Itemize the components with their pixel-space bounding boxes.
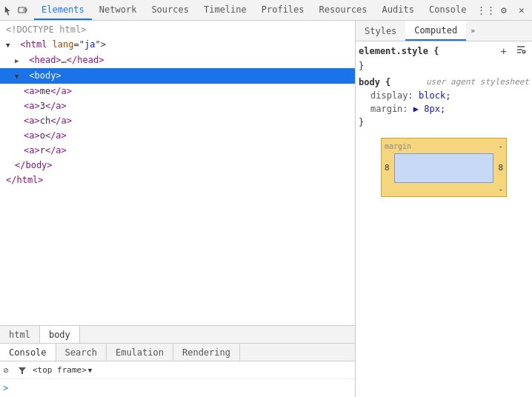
triangle-icon: ▼ (6, 39, 15, 52)
dom-line-html-close[interactable]: </html> (0, 173, 355, 187)
dom-line-a-r[interactable]: <a>r</a> (0, 143, 355, 158)
devtools-toolbar: Elements Network Sources Timeline Profil… (0, 0, 532, 21)
subtab-console[interactable]: Console (0, 344, 56, 361)
block-icon[interactable]: ⊘ (0, 364, 12, 376)
filter-icon[interactable] (16, 364, 28, 376)
tab-sources[interactable]: Sources (144, 0, 196, 20)
subtab-emulation[interactable]: Emulation (107, 344, 173, 361)
toolbar-icons (3, 4, 34, 16)
console-toolbar: ⊘ <top frame> ▼ (0, 361, 355, 379)
box-model: margin - 8 8 - (381, 138, 507, 197)
console-subtabs: Console Search Emulation Rendering (0, 344, 355, 361)
dom-line-head[interactable]: ▶ <head>…</head> (0, 53, 355, 68)
left-panel: <!DOCTYPE html> ▼ <html lang="ja"> ▶ <he… (0, 21, 356, 397)
body-style-rule: body { user agent stylesheet display: bl… (359, 76, 529, 129)
right-panel: Styles Computed » element.style { + (356, 21, 532, 397)
margin-label: margin (385, 140, 411, 153)
close-icon[interactable]: ✕ (514, 3, 529, 18)
dom-line-doctype[interactable]: <!DOCTYPE html> (0, 22, 355, 37)
bottom-tabs: html body (0, 325, 355, 343)
element-style-close: } (359, 61, 364, 71)
add-style-btn[interactable]: + (498, 44, 510, 58)
styles-toolbar: element.style { + (359, 44, 529, 58)
dom-line-a-3[interactable]: <a>3</a> (0, 99, 355, 113)
svg-rect-0 (19, 7, 26, 13)
tab-console[interactable]: Console (422, 0, 474, 20)
subtab-rendering[interactable]: Rendering (173, 344, 240, 361)
element-style-rule: element.style { + } (359, 44, 529, 73)
settings-icon[interactable]: ⚙ (496, 3, 511, 18)
console-prompt: > (3, 383, 8, 393)
main-layout: <!DOCTYPE html> ▼ <html lang="ja"> ▶ <he… (0, 21, 532, 397)
breadcrumb-html[interactable]: html (0, 326, 40, 343)
body-selector: body { (359, 76, 390, 89)
margin-box: margin - 8 8 - (381, 138, 507, 197)
body-display-prop: display: block; (359, 89, 529, 102)
body-style-close: } (359, 117, 364, 127)
device-icon[interactable] (16, 4, 28, 16)
dom-line-a-me[interactable]: <a>me</a> (0, 84, 355, 99)
svg-marker-2 (19, 367, 26, 374)
more-tabs-icon[interactable]: » (468, 21, 478, 41)
frame-selector[interactable]: <top frame> ▼ (33, 365, 92, 375)
styles-content: element.style { + } (356, 41, 532, 397)
styles-tabs: Styles Computed » (356, 21, 532, 41)
tab-computed[interactable]: Computed (405, 21, 466, 41)
margin-right-value: 8 (498, 161, 503, 175)
dom-tree[interactable]: <!DOCTYPE html> ▼ <html lang="ja"> ▶ <he… (0, 21, 355, 325)
tab-audits[interactable]: Audits (375, 0, 422, 20)
tab-elements[interactable]: Elements (34, 0, 92, 20)
tab-styles[interactable]: Styles (356, 21, 405, 41)
console-area: Console Search Emulation Rendering ⊘ <to… (0, 343, 355, 397)
element-style-selector: element.style { (359, 44, 439, 58)
body-margin-prop: margin: ▶ 8px; (359, 102, 529, 116)
customize-icon[interactable]: ⋮⋮ (479, 3, 493, 18)
box-model-container: margin - 8 8 - (359, 135, 529, 200)
inspect-icon[interactable] (3, 4, 15, 16)
body-display-value: block; (419, 90, 450, 101)
chevron-down-icon: ▼ (88, 367, 92, 374)
triangle-icon: ▼ (15, 70, 24, 83)
tab-network[interactable]: Network (92, 0, 144, 20)
user-agent-label: user agent stylesheet (426, 76, 529, 89)
dom-line-a-o[interactable]: <a>o</a> (0, 128, 355, 143)
tab-timeline[interactable]: Timeline (196, 0, 254, 20)
console-input-line: > (0, 379, 355, 397)
dom-line-a-ch[interactable]: <a>ch</a> (0, 113, 355, 128)
style-actions: + (498, 44, 529, 58)
subtab-search[interactable]: Search (56, 344, 107, 361)
border-box (394, 153, 494, 183)
margin-left-value: 8 (385, 161, 390, 175)
nav-tabs: Elements Network Sources Timeline Profil… (34, 0, 474, 20)
dom-line-html[interactable]: ▼ <html lang="ja"> (0, 37, 355, 53)
dom-line-body[interactable]: ▼ <body> (0, 68, 355, 84)
tab-profiles[interactable]: Profiles (254, 0, 312, 20)
new-style-rule-btn[interactable] (513, 44, 529, 58)
triangle-icon: ▶ (15, 54, 24, 67)
body-margin-value: ▶ 8px; (413, 104, 445, 114)
toolbar-right: ⋮⋮ ⚙ ✕ (479, 3, 529, 18)
breadcrumb-body[interactable]: body (40, 326, 80, 343)
dom-line-body-close[interactable]: </body> (0, 158, 355, 173)
tab-resources[interactable]: Resources (312, 0, 375, 20)
